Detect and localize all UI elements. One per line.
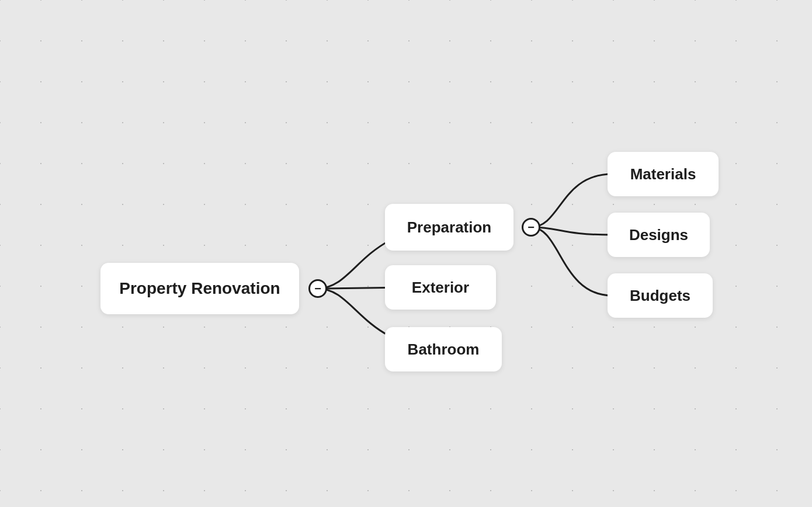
exterior-node[interactable]: Exterior xyxy=(385,265,496,310)
root-toggle[interactable] xyxy=(308,279,327,298)
materials-node-label: Materials xyxy=(616,165,710,183)
budgets-node[interactable]: Budgets xyxy=(608,273,713,318)
budgets-node-label: Budgets xyxy=(616,287,705,305)
preparation-toggle[interactable] xyxy=(522,218,540,237)
designs-node-label: Designs xyxy=(615,226,702,244)
bathroom-node[interactable]: Bathroom xyxy=(385,327,502,371)
designs-node[interactable]: Designs xyxy=(608,213,710,257)
preparation-node-label: Preparation xyxy=(393,218,506,237)
root-node[interactable]: Property Renovation xyxy=(100,263,299,314)
root-node-label: Property Renovation xyxy=(105,279,294,298)
bathroom-node-label: Bathroom xyxy=(394,341,494,359)
materials-node[interactable]: Materials xyxy=(608,152,719,196)
preparation-node[interactable]: Preparation xyxy=(385,204,513,251)
exterior-node-label: Exterior xyxy=(398,279,483,297)
